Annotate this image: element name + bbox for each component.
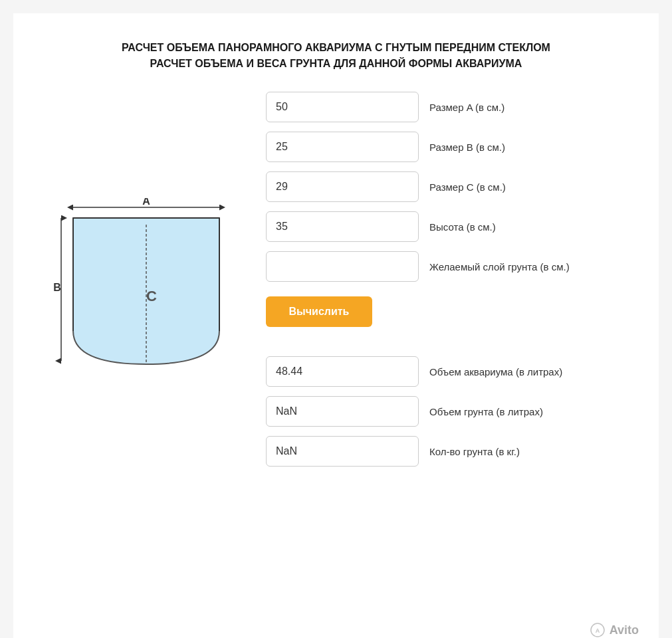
input-row-size-c: Размер C (в см.) xyxy=(266,171,619,202)
size-a-input[interactable] xyxy=(266,92,419,122)
height-input[interactable] xyxy=(266,211,419,242)
result-row-volume: Объем аквариума (в литрах) xyxy=(266,356,619,387)
watermark-text: Avito xyxy=(610,623,639,637)
input-row-size-b: Размер B (в см.) xyxy=(266,132,619,162)
svg-text:B: B xyxy=(53,282,61,293)
input-row-soil-layer: Желаемый слой грунта (в см.) xyxy=(266,251,619,282)
svg-text:A: A xyxy=(142,198,150,207)
diagram-area: A B C xyxy=(53,198,239,380)
soil-layer-label: Желаемый слой грунта (в см.) xyxy=(429,261,570,272)
avito-logo-icon: A xyxy=(590,622,606,638)
volume-result-field xyxy=(266,356,419,387)
form-area: Размер A (в см.) Размер B (в см.) Размер… xyxy=(266,92,619,467)
watermark: A Avito xyxy=(590,622,639,638)
title-block: РАСЧЕТ ОБЪЕМА ПАНОРАМНОГО АКВАРИУМА С ГН… xyxy=(53,40,619,72)
button-row: Вычислить xyxy=(266,291,619,327)
page-container: РАСЧЕТ ОБЪЕМА ПАНОРАМНОГО АКВАРИУМА С ГН… xyxy=(13,13,659,638)
aquarium-diagram: A B C xyxy=(53,198,239,377)
results-section: Объем аквариума (в литрах) Объем грунта … xyxy=(266,356,619,467)
soil-weight-result-field xyxy=(266,436,419,467)
input-row-size-a: Размер A (в см.) xyxy=(266,92,619,122)
main-content: A B C xyxy=(53,92,619,467)
size-b-input[interactable] xyxy=(266,132,419,162)
calculate-button[interactable]: Вычислить xyxy=(266,296,372,327)
input-row-height: Высота (в см.) xyxy=(266,211,619,242)
soil-weight-result-label: Кол-во грунта (в кг.) xyxy=(429,446,520,457)
soil-volume-result-field xyxy=(266,396,419,427)
size-b-label: Размер B (в см.) xyxy=(429,142,505,153)
svg-text:A: A xyxy=(595,627,600,634)
size-a-label: Размер A (в см.) xyxy=(429,102,504,113)
size-c-input[interactable] xyxy=(266,171,419,202)
result-row-soil-weight: Кол-во грунта (в кг.) xyxy=(266,436,619,467)
volume-result-label: Объем аквариума (в литрах) xyxy=(429,366,562,377)
title-line1: РАСЧЕТ ОБЪЕМА ПАНОРАМНОГО АКВАРИУМА С ГН… xyxy=(53,40,619,56)
result-row-soil-volume: Объем грунта (в литрах) xyxy=(266,396,619,427)
soil-volume-result-label: Объем грунта (в литрах) xyxy=(429,406,543,417)
title-line2: РАСЧЕТ ОБЪЕМА И ВЕСА ГРУНТА ДЛЯ ДАННОЙ Ф… xyxy=(53,56,619,72)
height-label: Высота (в см.) xyxy=(429,221,496,233)
svg-text:C: C xyxy=(146,288,157,304)
size-c-label: Размер C (в см.) xyxy=(429,181,506,193)
soil-layer-input[interactable] xyxy=(266,251,419,282)
